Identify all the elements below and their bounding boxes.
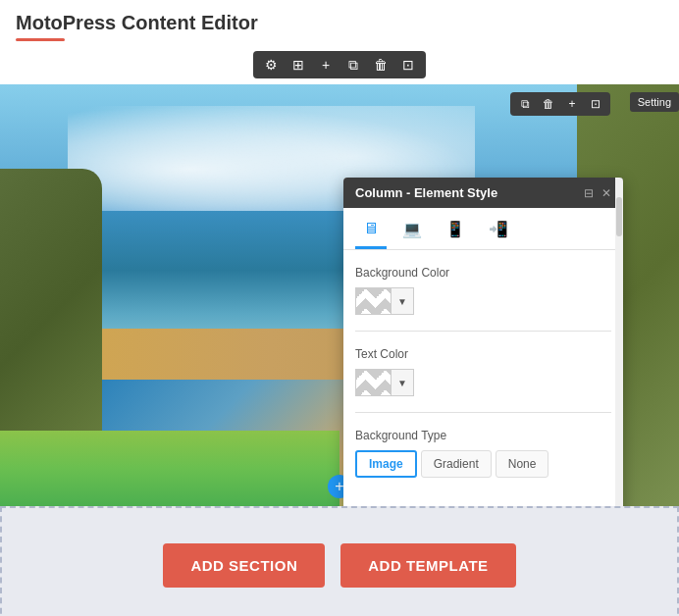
add-section-button[interactable]: ADD SECTION <box>163 543 325 588</box>
text-color-section: Text Color ▼ <box>355 347 611 396</box>
main-content-area: ⧉ 🗑 + ⊡ Setting Column - Element Style ⊟… <box>0 84 679 506</box>
row-add-icon[interactable]: + <box>563 95 581 113</box>
delete-icon[interactable]: 🗑 <box>371 55 391 75</box>
row-layout-icon[interactable]: ⊡ <box>587 95 604 113</box>
panel-header-icons: ⊟ ✕ <box>584 186 611 200</box>
panel-minimize-icon[interactable]: ⊟ <box>584 186 594 200</box>
add-icon[interactable]: + <box>316 55 336 75</box>
panel-scrollbar-thumb <box>616 197 622 236</box>
layout-icon[interactable]: ⊡ <box>398 55 418 75</box>
column-style-panel: Column - Element Style ⊟ ✕ 🖥 💻 📱 📲 Backg… <box>343 178 623 506</box>
panel-close-icon[interactable]: ✕ <box>601 186 611 200</box>
panel-scrollbar[interactable] <box>615 178 623 506</box>
tab-mobile[interactable]: 📲 <box>481 216 516 249</box>
bg-type-gradient-button[interactable]: Gradient <box>421 450 492 478</box>
page-title: MotoPress Content Editor <box>16 12 663 34</box>
tab-desktop[interactable]: 🖥 <box>355 216 387 249</box>
bg-type-none-button[interactable]: None <box>496 450 549 478</box>
text-color-swatch[interactable] <box>355 369 391 396</box>
copy-icon[interactable]: ⧉ <box>343 55 363 75</box>
left-cliff-layer <box>0 169 102 464</box>
background-type-group: Image Gradient None <box>355 450 611 478</box>
row-toolbar: ⧉ 🗑 + ⊡ <box>510 92 610 116</box>
toolbar-group: ⚙ ⊞ + ⧉ 🗑 ⊡ <box>253 51 426 78</box>
add-template-button[interactable]: ADD TEMPLATE <box>340 543 515 588</box>
panel-title: Column - Element Style <box>355 185 497 200</box>
settings-tooltip: Setting <box>630 92 679 112</box>
gear-icon[interactable]: ⚙ <box>261 55 281 75</box>
text-color-label: Text Color <box>355 347 611 361</box>
grass-layer <box>0 431 340 506</box>
title-underline <box>16 38 65 41</box>
top-toolbar: ⚙ ⊞ + ⧉ 🗑 ⊡ <box>0 45 679 84</box>
background-color-section: Background Color ▼ <box>355 266 611 315</box>
background-color-picker[interactable]: ▼ <box>355 287 611 315</box>
text-color-dropdown[interactable]: ▼ <box>391 369 414 396</box>
text-color-picker[interactable]: ▼ <box>355 369 611 396</box>
bg-color-swatch[interactable] <box>355 287 391 315</box>
background-color-label: Background Color <box>355 266 611 280</box>
grid-icon[interactable]: ⊞ <box>288 55 308 75</box>
bottom-section: ADD SECTION ADD TEMPLATE <box>0 506 679 616</box>
tab-tablet[interactable]: 📱 <box>438 216 473 249</box>
panel-header: Column - Element Style ⊟ ✕ <box>343 178 623 208</box>
panel-body: Background Color ▼ Text Color ▼ Backgrou… <box>343 250 623 506</box>
bg-type-image-button[interactable]: Image <box>355 450 417 478</box>
row-copy-icon[interactable]: ⧉ <box>516 95 534 113</box>
device-tabs: 🖥 💻 📱 📲 <box>343 208 623 250</box>
divider-2 <box>355 412 611 413</box>
background-type-label: Background Type <box>355 429 611 442</box>
background-type-section: Background Type Image Gradient None <box>355 429 611 478</box>
row-delete-icon[interactable]: 🗑 <box>540 95 557 113</box>
editor-header: MotoPress Content Editor <box>0 0 679 45</box>
divider-1 <box>355 331 611 332</box>
tab-laptop[interactable]: 💻 <box>394 216 430 249</box>
bg-color-dropdown[interactable]: ▼ <box>391 287 414 315</box>
